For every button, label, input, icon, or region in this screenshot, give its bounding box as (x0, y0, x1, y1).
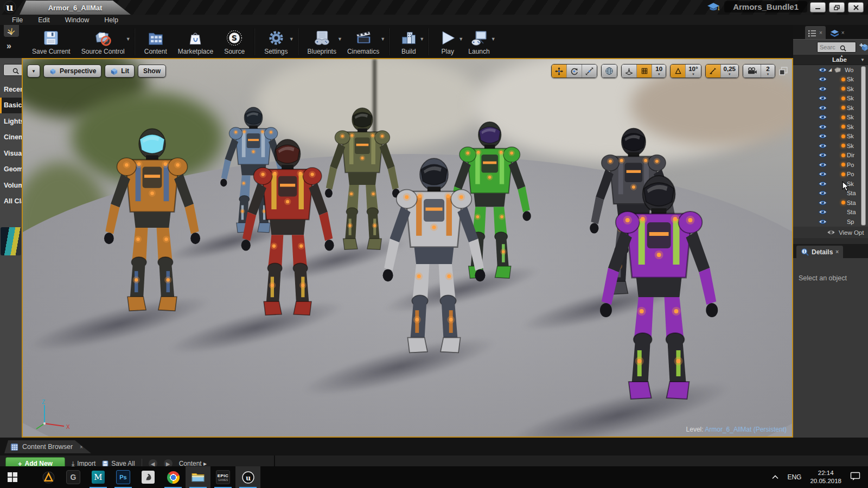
eye-icon[interactable] (818, 105, 827, 111)
close-icon[interactable]: × (835, 249, 839, 255)
save-all-button[interactable]: Save All (102, 460, 135, 466)
rotate-tool-button[interactable] (567, 65, 582, 78)
eye-icon[interactable] (818, 76, 827, 82)
dropdown-caret-icon[interactable]: ▼ (289, 36, 294, 42)
modes-item-lights[interactable]: Lights (0, 113, 22, 130)
import-button[interactable]: ⤓ Import (72, 460, 95, 466)
source-button[interactable]: SSource (219, 27, 250, 56)
details-tab[interactable]: i Details × (796, 246, 843, 258)
viewport-options-dropdown[interactable]: ▼ (27, 65, 40, 78)
close-icon[interactable]: × (841, 30, 845, 36)
add-actor-button[interactable] (859, 43, 868, 52)
expand-panel-chevrons-icon[interactable]: » (7, 41, 10, 51)
modes-search-input[interactable] (3, 64, 22, 76)
taskbar-epic-app[interactable]: EPICGAMES (210, 466, 235, 488)
grid-snap-value[interactable]: 10▼ (652, 65, 666, 78)
outliner-row[interactable]: Sk (793, 122, 868, 132)
taskbar-clock[interactable]: 22:14 20.05.2018 (810, 469, 841, 485)
menu-help[interactable]: Help (97, 15, 126, 25)
angle-snap-value[interactable]: 10°▼ (686, 65, 700, 78)
taskbar-start-button[interactable] (0, 466, 25, 488)
taskbar-zbrush-app[interactable] (136, 466, 161, 488)
camera-speed-value[interactable]: 2▼ (761, 65, 775, 78)
eye-icon[interactable] (818, 95, 827, 101)
close-icon[interactable]: × (80, 444, 83, 450)
eye-icon[interactable] (818, 67, 827, 73)
scale-snap-value[interactable]: 0,25▼ (721, 65, 738, 78)
outliner-label-column-header[interactable]: ▲ Labe ▼ (793, 55, 868, 65)
modes-item-geom[interactable]: Geom (0, 162, 22, 178)
blueprints-button[interactable]: ▼Blueprints (302, 27, 342, 56)
eye-icon[interactable] (818, 181, 827, 187)
outliner-row[interactable]: Sk (793, 84, 868, 94)
outliner-row[interactable]: Po (793, 160, 868, 170)
world-space-globe-button[interactable] (602, 65, 617, 78)
minimize-button[interactable] (810, 2, 826, 12)
forward-button[interactable]: ▶ (164, 459, 173, 466)
back-button[interactable]: ◀ (149, 459, 157, 466)
level-name[interactable]: Armor_6_AllMat (Persistent) (705, 426, 787, 433)
outliner-row[interactable]: Sta (793, 198, 868, 208)
taskbar-maya-app[interactable]: M (86, 466, 111, 488)
taskbar-chrome-app[interactable] (161, 466, 186, 488)
menu-file[interactable]: File (4, 15, 30, 25)
eye-icon[interactable] (818, 190, 827, 196)
dropdown-caret-icon[interactable]: ▼ (380, 36, 385, 42)
eye-icon[interactable] (818, 152, 827, 158)
eye-icon[interactable] (818, 200, 827, 206)
eye-icon[interactable] (818, 124, 827, 130)
layers-tab[interactable]: × (827, 26, 848, 39)
content-browser-tab[interactable]: Content Browser × (4, 440, 91, 453)
source-control-button[interactable]: ▼Source Control (76, 27, 130, 56)
content-button[interactable]: Content (139, 27, 173, 56)
white-armor[interactable] (378, 152, 490, 369)
eye-icon[interactable] (818, 114, 827, 120)
outliner-row[interactable]: Sk (793, 179, 868, 189)
outliner-scrollbar[interactable] (861, 66, 866, 226)
eye-icon[interactable] (818, 143, 827, 149)
outliner-row[interactable]: Sk (793, 75, 868, 85)
outliner-row[interactable]: Sta (793, 208, 868, 217)
dropdown-caret-icon[interactable]: ▼ (126, 36, 131, 42)
expander-arrow-icon[interactable]: ◢ (828, 67, 832, 72)
outliner-row[interactable]: Sk (793, 132, 868, 142)
taskbar-aimp-app[interactable] (36, 466, 61, 488)
scale-snap-toggle[interactable] (706, 65, 721, 78)
red-armor[interactable] (237, 133, 339, 330)
eye-icon[interactable] (818, 171, 827, 177)
eye-icon[interactable] (818, 162, 827, 168)
outliner-row[interactable]: Sk (793, 113, 868, 123)
menu-edit[interactable]: Edit (30, 15, 58, 25)
angle-snap-toggle[interactable] (671, 65, 686, 78)
title-bar[interactable]: u Armor_6_AllMat Armors_Bundle1 (0, 0, 868, 15)
outliner-search-input[interactable] (817, 42, 856, 53)
outliner-row[interactable]: ◢Wo (793, 65, 868, 75)
viewport[interactable]: ▼ Perspective Lit Show (22, 58, 793, 438)
modes-item-visua[interactable]: Visua (0, 145, 22, 162)
move-tool-button[interactable] (552, 65, 567, 78)
close-button[interactable] (848, 2, 864, 12)
marketplace-button[interactable]: Marketplace (173, 27, 219, 56)
eye-icon[interactable] (818, 209, 827, 215)
show-button[interactable]: Show (138, 65, 166, 78)
outliner-row[interactable]: Sk (793, 141, 868, 151)
asset-thumbnail-tile[interactable] (1, 227, 21, 255)
view-options-button[interactable]: View Opt (793, 227, 868, 238)
modes-item-volum[interactable]: Volum (0, 177, 22, 194)
perspective-button[interactable]: Perspective (43, 65, 101, 78)
scale-tool-button[interactable] (582, 65, 597, 78)
maximize-viewport-button[interactable] (779, 67, 788, 75)
outliner-row[interactable]: Sk (793, 103, 868, 113)
outliner-row[interactable]: Sp (793, 217, 868, 227)
outliner-row[interactable]: Dir (793, 151, 868, 160)
outliner-row[interactable]: Po (793, 170, 868, 179)
surface-snap-button[interactable] (622, 65, 637, 78)
column-filter-caret-icon[interactable]: ▼ (860, 57, 865, 62)
outliner-row[interactable]: Sta (793, 189, 868, 198)
eye-icon[interactable] (818, 133, 827, 139)
world-outliner-tab[interactable]: × (805, 26, 826, 39)
tray-chevron-up-icon[interactable] (772, 473, 778, 481)
taskbar-photoshop-app[interactable]: Ps (111, 466, 136, 488)
modes-item-cinem[interactable]: Cinem (0, 130, 22, 146)
restore-button[interactable] (829, 2, 845, 12)
